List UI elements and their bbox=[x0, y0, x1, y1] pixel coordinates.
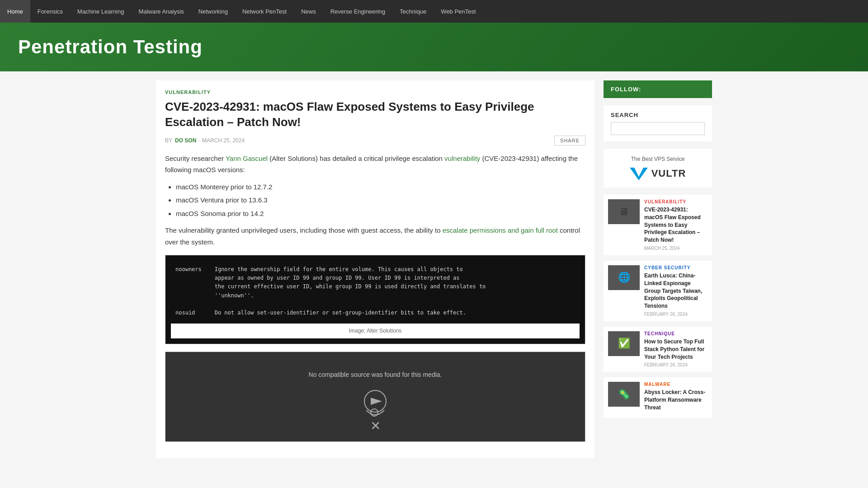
site-title: Penetration Testing bbox=[18, 36, 850, 58]
thumb-icon-4: 🦠 bbox=[608, 382, 640, 407]
article-body: Security researcher Yann Gascuel (Alter … bbox=[165, 153, 585, 442]
article-title-4: Abyss Locker: A Cross-Platform Ransomwar… bbox=[644, 389, 708, 411]
thumb-icon-3: ✅ bbox=[608, 331, 640, 356]
vps-title: The Best VPS Service bbox=[611, 156, 705, 162]
thumb-icon-2: 🌐 bbox=[608, 265, 640, 290]
article-author[interactable]: DO SON bbox=[175, 137, 196, 144]
article-date-3: FEBRUARY 26, 2024 bbox=[644, 362, 708, 367]
article-thumb-4: 🦠 bbox=[608, 382, 640, 407]
sidebar-article-3[interactable]: ✅ TECHNIQUE How to Secure Top Full Stack… bbox=[604, 327, 712, 372]
article-cat-2: CYBER SECURITY bbox=[644, 265, 708, 270]
vultr-icon bbox=[630, 167, 648, 180]
share-button[interactable]: SHARE bbox=[554, 136, 585, 145]
article-category: VULNERABILITY bbox=[165, 89, 585, 95]
article-thumb-3: ✅ bbox=[608, 331, 640, 356]
search-input[interactable] bbox=[611, 122, 705, 135]
video-block[interactable]: No compatible source was found for this … bbox=[165, 352, 585, 442]
article-info-1: VULNERABILITY CVE-2023-42931: macOS Flaw… bbox=[644, 199, 708, 251]
nav-networking[interactable]: Networking bbox=[191, 0, 235, 23]
article-title: CVE-2023-42931: macOS Flaw Exposed Syste… bbox=[165, 99, 585, 130]
search-box: SEARCH bbox=[604, 105, 712, 141]
main-content: VULNERABILITY CVE-2023-42931: macOS Flaw… bbox=[156, 80, 594, 458]
article-body-p2: The vulnerability granted unprivileged u… bbox=[165, 225, 585, 248]
body-p2-before: The vulnerability granted unprivileged u… bbox=[165, 226, 443, 234]
nav-technique[interactable]: Technique bbox=[392, 0, 434, 23]
vps-box: The Best VPS Service VULTR bbox=[604, 149, 712, 188]
vultr-label: VULTR bbox=[651, 168, 686, 179]
nav-malware-analysis[interactable]: Malware Analysis bbox=[131, 0, 191, 23]
sidebar: FOLLOW: SEARCH The Best VPS Service VULT… bbox=[604, 80, 712, 458]
site-header: Penetration Testing bbox=[0, 23, 868, 71]
search-label: SEARCH bbox=[611, 112, 705, 118]
article-thumb-2: 🌐 bbox=[608, 265, 640, 290]
nav-network-pentest[interactable]: Network PenTest bbox=[235, 0, 294, 23]
article-cat-3: TECHNIQUE bbox=[644, 331, 708, 336]
article-date-2: FEBRUARY 26, 2024 bbox=[644, 312, 708, 317]
researcher-suffix: (Alter Solutions) has detailed a critica… bbox=[268, 155, 444, 162]
intro-text: Security researcher bbox=[165, 155, 226, 162]
video-no-source: No compatible source was found for this … bbox=[309, 370, 442, 380]
code-image-block: noowners Ignore the ownership field for … bbox=[165, 255, 585, 344]
code-image: noowners Ignore the ownership field for … bbox=[171, 261, 580, 322]
escalate-link[interactable]: escalate permissions and gain full root bbox=[443, 226, 558, 234]
article-cat-4: MALWARE bbox=[644, 382, 708, 387]
article-thumb-1: 🖥 bbox=[608, 199, 640, 224]
article-date: · MARCH 25, 2024 bbox=[199, 137, 245, 144]
sidebar-article-4[interactable]: 🦠 MALWARE Abyss Locker: A Cross-Platform… bbox=[604, 377, 712, 418]
by-label: BY bbox=[165, 137, 172, 144]
nav-news[interactable]: News bbox=[294, 0, 323, 23]
article-info-4: MALWARE Abyss Locker: A Cross-Platform R… bbox=[644, 382, 708, 413]
article-meta: BY DO SON · MARCH 25, 2024 SHARE bbox=[165, 136, 585, 145]
nav-forensics[interactable]: Forensics bbox=[30, 0, 70, 23]
article-cat-1: VULNERABILITY bbox=[644, 199, 708, 204]
version-list: macOS Monterey prior to 12.7.2 macOS Ven… bbox=[176, 181, 585, 220]
sidebar-article-1[interactable]: 🖥 VULNERABILITY CVE-2023-42931: macOS Fl… bbox=[604, 195, 712, 255]
article-title-1: CVE-2023-42931: macOS Flaw Exposed Syste… bbox=[644, 206, 708, 244]
version-item: macOS Ventura prior to 13.6.3 bbox=[176, 194, 585, 206]
sidebar-article-2[interactable]: 🌐 CYBER SECURITY Earth Lusca: China-Link… bbox=[604, 261, 712, 321]
article-info-2: CYBER SECURITY Earth Lusca: China-Linked… bbox=[644, 265, 708, 317]
vuln-link[interactable]: vulnerability bbox=[444, 155, 480, 162]
close-icon[interactable]: ✕ bbox=[370, 415, 381, 437]
thumb-icon-1: 🖥 bbox=[608, 199, 640, 224]
article-date-1: MARCH 25, 2024 bbox=[644, 246, 708, 251]
svg-marker-2 bbox=[630, 168, 648, 180]
version-item: macOS Sonoma prior to 14.2 bbox=[176, 208, 585, 220]
article-title-3: How to Secure Top Full Stack Python Tale… bbox=[644, 338, 708, 361]
nav-home[interactable]: Home bbox=[0, 0, 30, 23]
follow-box: FOLLOW: bbox=[604, 80, 712, 98]
vps-logo[interactable]: VULTR bbox=[611, 167, 705, 180]
main-nav: Home Forensics Machine Learning Malware … bbox=[0, 0, 868, 23]
nav-reverse-engineering[interactable]: Reverse Engineering bbox=[323, 0, 392, 23]
nav-web-pentest[interactable]: Web PenTest bbox=[434, 0, 483, 23]
nav-machine-learning[interactable]: Machine Learning bbox=[70, 0, 131, 23]
version-item: macOS Monterey prior to 12.7.2 bbox=[176, 181, 585, 193]
researcher-link[interactable]: Yann Gascuel bbox=[226, 155, 268, 162]
article-intro: Security researcher Yann Gascuel (Alter … bbox=[165, 153, 585, 176]
image-caption: Image: Alter Solutions bbox=[171, 324, 580, 338]
article-title-2: Earth Lusca: China-Linked Espionage Grou… bbox=[644, 272, 708, 310]
article-info-3: TECHNIQUE How to Secure Top Full Stack P… bbox=[644, 331, 708, 367]
